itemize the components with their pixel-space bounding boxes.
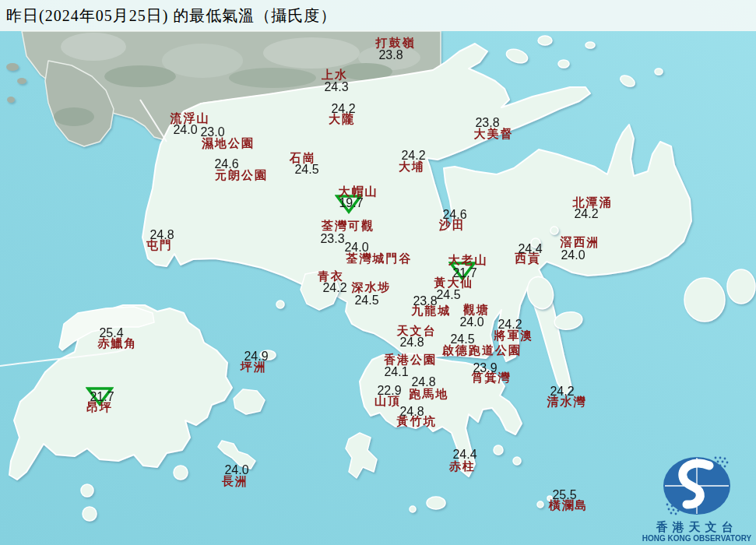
hko-logo: 香港天文台 HONG KONG OBSERVATORY (640, 455, 754, 543)
title-bar: 昨日(2024年05月25日) 的最低氣溫（攝氏度） (0, 0, 756, 31)
station-value: 24.8 (399, 406, 424, 418)
station-name: 荃灣可觀 (322, 220, 374, 232)
ma-wan-island (276, 301, 284, 308)
station-name: 打鼓嶺 (376, 37, 416, 49)
station-value: 19.7 (339, 197, 363, 209)
hko-logo-icon (661, 455, 733, 517)
station-value: 24.2 (322, 282, 346, 294)
station-name: 赤柱 (449, 461, 476, 473)
station-value: 24.2 (331, 103, 355, 115)
station-value: 24.0 (344, 241, 368, 254)
station-value: 24.5 (450, 333, 474, 346)
station-value: 24.0 (173, 124, 197, 136)
station-value: 25.5 (552, 489, 576, 501)
station-name: 觀塘 (463, 304, 490, 316)
station-value: 23.9 (473, 362, 497, 374)
station-value: 24.6 (442, 209, 466, 221)
station-name: 大老山 (448, 255, 488, 266)
station-value: 23.8 (413, 295, 437, 308)
shek-kwu-chau-island (174, 466, 188, 480)
station-name: 大美督 (474, 128, 514, 140)
station-value: 24.5 (294, 164, 318, 176)
station-value: 24.4 (518, 243, 542, 255)
page-title: 昨日(2024年05月25日) 的最低氣溫（攝氏度） (6, 5, 336, 26)
station-value: 24.2 (574, 208, 598, 220)
station-value: 22.9 (377, 385, 401, 397)
station-name: 荃灣城門谷 (346, 253, 413, 265)
station-name: 啟德跑道公園 (442, 345, 522, 357)
station-value: 21.7 (90, 391, 114, 403)
station-value: 24.1 (384, 366, 408, 378)
station-name: 將軍澳 (494, 330, 534, 342)
station-value: 24.8 (149, 229, 174, 241)
station-value: 24.8 (399, 336, 424, 349)
station-name: 長洲 (222, 476, 248, 487)
station-value: 24.2 (498, 318, 522, 331)
station-value: 21.7 (452, 267, 476, 280)
station-value: 23.8 (378, 49, 403, 62)
station-value: 24.6 (214, 158, 238, 171)
station-value: 24.0 (224, 464, 248, 476)
hko-logo-chinese-name: 香港天文台 (640, 520, 754, 534)
station-name: 深水埗 (352, 282, 392, 294)
station-value: 24.0 (459, 316, 483, 329)
weather-map-canvas: 昨日(2024年05月25日) 的最低氣溫（攝氏度） 23.8打鼓嶺24.3上水… (0, 0, 756, 545)
station-name: 上水 (322, 69, 348, 81)
station-name: 跑馬地 (410, 389, 449, 400)
station-value: 23.8 (475, 117, 499, 129)
station-value: 25.4 (99, 327, 123, 339)
hko-logo-english-name: HONG KONG OBSERVATORY (640, 534, 754, 543)
station-value: 24.8 (411, 376, 435, 389)
station-value: 24.5 (354, 294, 378, 307)
station-name: 滘西洲 (561, 237, 600, 248)
station-name: 元朗公園 (215, 170, 268, 181)
station-name: 濕地公園 (202, 138, 255, 149)
station-value: 24.2 (550, 385, 574, 398)
station-value: 24.5 (436, 289, 460, 301)
waglan-island (537, 501, 543, 508)
soko-islands (81, 484, 93, 497)
station-name: 大埔 (399, 161, 425, 173)
station-value: 24.0 (561, 249, 585, 262)
station-value: 24.3 (324, 81, 348, 93)
station-name: 香港公園 (384, 354, 437, 366)
beaufort-island (494, 445, 503, 455)
station-value: 23.0 (200, 126, 224, 139)
ninepin-islets (684, 278, 725, 322)
station-value: 24.9 (244, 350, 268, 363)
station-value: 24.4 (452, 448, 476, 461)
station-value: 23.3 (320, 233, 344, 245)
station-value: 24.2 (401, 149, 425, 162)
po-toi-island (427, 497, 445, 509)
